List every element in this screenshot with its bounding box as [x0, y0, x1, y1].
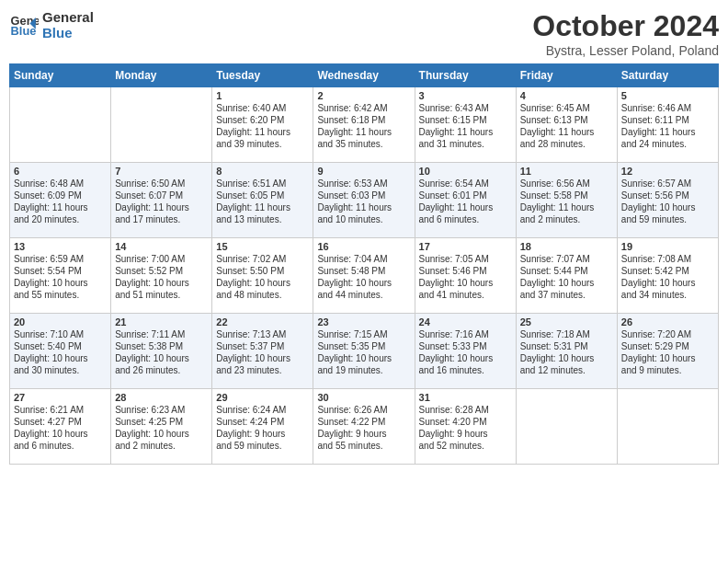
calendar-cell: 13Sunrise: 6:59 AM Sunset: 5:54 PM Dayli… — [10, 238, 111, 314]
day-info: Sunrise: 6:54 AM Sunset: 6:01 PM Dayligh… — [419, 178, 512, 225]
day-header-sunday: Sunday — [10, 64, 111, 87]
month-title: October 2024 — [532, 9, 719, 43]
calendar-body: 1Sunrise: 6:40 AM Sunset: 6:20 PM Daylig… — [10, 87, 719, 465]
week-row-2: 6Sunrise: 6:48 AM Sunset: 6:09 PM Daylig… — [10, 163, 719, 238]
day-info: Sunrise: 6:56 AM Sunset: 5:58 PM Dayligh… — [520, 178, 613, 225]
day-info: Sunrise: 7:10 AM Sunset: 5:40 PM Dayligh… — [14, 328, 107, 376]
day-info: Sunrise: 6:40 AM Sunset: 6:20 PM Dayligh… — [216, 102, 309, 150]
day-info: Sunrise: 6:48 AM Sunset: 6:09 PM Dayligh… — [14, 178, 107, 225]
calendar-cell: 9Sunrise: 6:53 AM Sunset: 6:03 PM Daylig… — [313, 163, 415, 238]
day-number: 20 — [14, 316, 107, 327]
day-number: 25 — [520, 316, 613, 327]
svg-text:Blue: Blue — [11, 24, 37, 38]
logo-general: General — [42, 9, 94, 25]
logo-blue: Blue — [42, 25, 94, 40]
day-number: 7 — [115, 166, 208, 177]
calendar-cell: 4Sunrise: 6:45 AM Sunset: 6:13 PM Daylig… — [516, 87, 617, 163]
day-header-thursday: Thursday — [415, 64, 516, 87]
day-number: 5 — [621, 90, 714, 101]
day-number: 10 — [419, 166, 512, 177]
day-info: Sunrise: 7:13 AM Sunset: 5:37 PM Dayligh… — [216, 328, 309, 376]
day-number: 4 — [520, 90, 613, 101]
day-number: 27 — [14, 392, 107, 403]
day-header-saturday: Saturday — [617, 64, 718, 87]
day-info: Sunrise: 7:15 AM Sunset: 5:35 PM Dayligh… — [317, 328, 410, 376]
week-row-4: 20Sunrise: 7:10 AM Sunset: 5:40 PM Dayli… — [10, 314, 719, 389]
day-number: 3 — [419, 90, 512, 101]
calendar-cell: 7Sunrise: 6:50 AM Sunset: 6:07 PM Daylig… — [111, 163, 212, 238]
page-header: General Blue General Blue October 2024 B… — [9, 9, 719, 58]
day-number: 14 — [115, 241, 208, 252]
day-header-tuesday: Tuesday — [212, 64, 313, 87]
day-info: Sunrise: 6:28 AM Sunset: 4:20 PM Dayligh… — [419, 404, 512, 452]
calendar-cell: 15Sunrise: 7:02 AM Sunset: 5:50 PM Dayli… — [212, 238, 313, 314]
calendar-cell — [617, 389, 718, 465]
day-number: 17 — [419, 241, 512, 252]
calendar-header-row: SundayMondayTuesdayWednesdayThursdayFrid… — [10, 64, 719, 87]
day-info: Sunrise: 6:59 AM Sunset: 5:54 PM Dayligh… — [14, 253, 107, 301]
day-number: 2 — [317, 90, 410, 101]
calendar-cell: 14Sunrise: 7:00 AM Sunset: 5:52 PM Dayli… — [111, 238, 212, 314]
calendar-cell: 12Sunrise: 6:57 AM Sunset: 5:56 PM Dayli… — [617, 163, 718, 238]
day-info: Sunrise: 7:07 AM Sunset: 5:44 PM Dayligh… — [520, 253, 613, 301]
day-number: 24 — [419, 316, 512, 327]
day-info: Sunrise: 7:18 AM Sunset: 5:31 PM Dayligh… — [520, 328, 613, 376]
day-number: 19 — [621, 241, 714, 252]
calendar-cell: 25Sunrise: 7:18 AM Sunset: 5:31 PM Dayli… — [516, 314, 617, 389]
calendar-cell: 22Sunrise: 7:13 AM Sunset: 5:37 PM Dayli… — [212, 314, 313, 389]
day-number: 29 — [216, 392, 309, 403]
day-info: Sunrise: 7:02 AM Sunset: 5:50 PM Dayligh… — [216, 253, 309, 301]
calendar-cell: 3Sunrise: 6:43 AM Sunset: 6:15 PM Daylig… — [415, 87, 516, 163]
day-info: Sunrise: 7:04 AM Sunset: 5:48 PM Dayligh… — [317, 253, 410, 301]
calendar-cell: 8Sunrise: 6:51 AM Sunset: 6:05 PM Daylig… — [212, 163, 313, 238]
day-info: Sunrise: 7:16 AM Sunset: 5:33 PM Dayligh… — [419, 328, 512, 376]
day-header-friday: Friday — [516, 64, 617, 87]
calendar-cell: 19Sunrise: 7:08 AM Sunset: 5:42 PM Dayli… — [617, 238, 718, 314]
day-info: Sunrise: 6:42 AM Sunset: 6:18 PM Dayligh… — [317, 102, 410, 150]
day-info: Sunrise: 6:51 AM Sunset: 6:05 PM Dayligh… — [216, 178, 309, 225]
day-number: 31 — [419, 392, 512, 403]
week-row-5: 27Sunrise: 6:21 AM Sunset: 4:27 PM Dayli… — [10, 389, 719, 465]
day-number: 18 — [520, 241, 613, 252]
calendar-cell: 31Sunrise: 6:28 AM Sunset: 4:20 PM Dayli… — [415, 389, 516, 465]
day-number: 1 — [216, 90, 309, 101]
day-info: Sunrise: 7:11 AM Sunset: 5:38 PM Dayligh… — [115, 328, 208, 376]
logo: General Blue General Blue — [9, 9, 94, 40]
day-info: Sunrise: 6:45 AM Sunset: 6:13 PM Dayligh… — [520, 102, 613, 150]
day-info: Sunrise: 6:26 AM Sunset: 4:22 PM Dayligh… — [317, 404, 410, 452]
day-number: 21 — [115, 316, 208, 327]
day-header-wednesday: Wednesday — [313, 64, 415, 87]
calendar-cell: 20Sunrise: 7:10 AM Sunset: 5:40 PM Dayli… — [10, 314, 111, 389]
location: Bystra, Lesser Poland, Poland — [532, 43, 719, 58]
calendar-cell: 30Sunrise: 6:26 AM Sunset: 4:22 PM Dayli… — [313, 389, 415, 465]
calendar-cell: 27Sunrise: 6:21 AM Sunset: 4:27 PM Dayli… — [10, 389, 111, 465]
calendar-cell: 18Sunrise: 7:07 AM Sunset: 5:44 PM Dayli… — [516, 238, 617, 314]
calendar-cell: 11Sunrise: 6:56 AM Sunset: 5:58 PM Dayli… — [516, 163, 617, 238]
calendar-cell: 6Sunrise: 6:48 AM Sunset: 6:09 PM Daylig… — [10, 163, 111, 238]
calendar-cell: 24Sunrise: 7:16 AM Sunset: 5:33 PM Dayli… — [415, 314, 516, 389]
title-block: October 2024 Bystra, Lesser Poland, Pola… — [532, 9, 719, 58]
day-info: Sunrise: 6:53 AM Sunset: 6:03 PM Dayligh… — [317, 178, 410, 225]
week-row-1: 1Sunrise: 6:40 AM Sunset: 6:20 PM Daylig… — [10, 87, 719, 163]
calendar-cell — [10, 87, 111, 163]
day-info: Sunrise: 6:21 AM Sunset: 4:27 PM Dayligh… — [14, 404, 107, 452]
day-header-monday: Monday — [111, 64, 212, 87]
day-info: Sunrise: 7:00 AM Sunset: 5:52 PM Dayligh… — [115, 253, 208, 301]
calendar-cell: 28Sunrise: 6:23 AM Sunset: 4:25 PM Dayli… — [111, 389, 212, 465]
day-number: 8 — [216, 166, 309, 177]
day-info: Sunrise: 6:57 AM Sunset: 5:56 PM Dayligh… — [621, 178, 714, 225]
day-info: Sunrise: 6:50 AM Sunset: 6:07 PM Dayligh… — [115, 178, 208, 225]
week-row-3: 13Sunrise: 6:59 AM Sunset: 5:54 PM Dayli… — [10, 238, 719, 314]
day-number: 6 — [14, 166, 107, 177]
day-number: 30 — [317, 392, 410, 403]
day-number: 26 — [621, 316, 714, 327]
calendar-cell: 26Sunrise: 7:20 AM Sunset: 5:29 PM Dayli… — [617, 314, 718, 389]
day-info: Sunrise: 6:24 AM Sunset: 4:24 PM Dayligh… — [216, 404, 309, 452]
day-info: Sunrise: 7:05 AM Sunset: 5:46 PM Dayligh… — [419, 253, 512, 301]
day-info: Sunrise: 6:46 AM Sunset: 6:11 PM Dayligh… — [621, 102, 714, 150]
calendar-cell: 10Sunrise: 6:54 AM Sunset: 6:01 PM Dayli… — [415, 163, 516, 238]
day-number: 22 — [216, 316, 309, 327]
calendar-cell: 29Sunrise: 6:24 AM Sunset: 4:24 PM Dayli… — [212, 389, 313, 465]
day-info: Sunrise: 7:08 AM Sunset: 5:42 PM Dayligh… — [621, 253, 714, 301]
day-info: Sunrise: 6:43 AM Sunset: 6:15 PM Dayligh… — [419, 102, 512, 150]
